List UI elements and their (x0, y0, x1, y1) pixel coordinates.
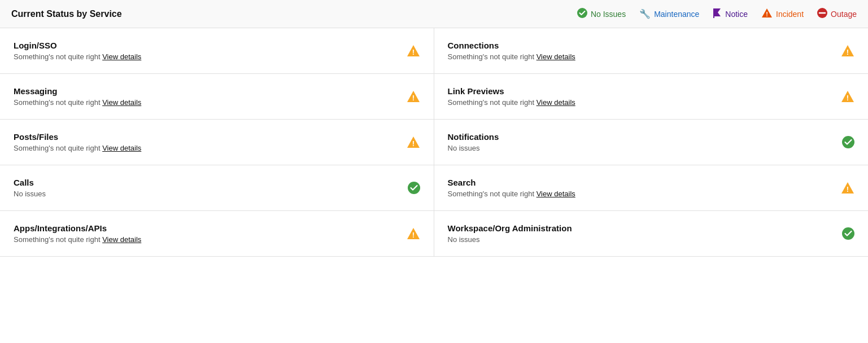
view-details-link[interactable]: View details (102, 98, 141, 107)
incident-icon: ! (407, 90, 420, 103)
service-name: Notifications (448, 132, 499, 142)
legend-outage-label: Outage (831, 10, 857, 19)
legend-no-issues-label: No Issues (591, 10, 626, 19)
service-status-text: Something's not quite right View details (14, 235, 141, 244)
svg-text:!: ! (412, 48, 414, 56)
legend-notice: Notice (713, 8, 748, 20)
incident-icon: ! (841, 182, 854, 194)
incident-icon: ! (407, 45, 420, 57)
services-grid: Login/SSOSomething's not quite right Vie… (0, 28, 868, 257)
service-cell: Apps/Integrations/APIsSomething's not qu… (0, 211, 434, 257)
svg-text:!: ! (847, 185, 849, 194)
service-name: Search (448, 178, 575, 187)
header: Current Status by Service No Issues 🔧 Ma… (0, 0, 868, 28)
service-status-text: Something's not quite right View details (14, 144, 141, 152)
service-status-text: Something's not quite right View details (14, 52, 141, 61)
service-name: Link Previews (448, 86, 575, 96)
legend-outage: Outage (817, 8, 857, 20)
service-cell: Workspace/Org AdministrationNo issues (434, 211, 869, 257)
incident-icon: ! (841, 45, 854, 57)
service-info: SearchSomething's not quite right View d… (448, 178, 575, 198)
service-name: Messaging (14, 86, 141, 96)
service-name: Calls (14, 178, 46, 187)
service-name: Login/SSO (14, 41, 141, 50)
page-title: Current Status by Service (11, 9, 122, 19)
service-cell: Link PreviewsSomething's not quite right… (434, 74, 869, 120)
service-info: Login/SSOSomething's not quite right Vie… (14, 41, 141, 61)
view-details-link[interactable]: View details (102, 144, 141, 152)
incident-icon: ! (407, 227, 420, 240)
warning-icon: ! (761, 8, 773, 20)
view-details-link[interactable]: View details (536, 98, 575, 107)
incident-icon: ! (407, 136, 420, 148)
legend: No Issues 🔧 Maintenance Notice ! Inciden… (577, 8, 857, 20)
service-info: Posts/FilesSomething's not quite right V… (14, 132, 141, 152)
ok-icon (842, 136, 854, 148)
flag-icon (713, 8, 722, 20)
outage-icon (817, 8, 827, 20)
view-details-link[interactable]: View details (102, 235, 141, 244)
service-status-text: Something's not quite right View details (448, 98, 575, 107)
view-details-link[interactable]: View details (536, 52, 575, 61)
service-name: Apps/Integrations/APIs (14, 223, 141, 233)
legend-maintenance: 🔧 Maintenance (639, 8, 699, 19)
legend-notice-label: Notice (725, 10, 748, 19)
incident-icon: ! (841, 90, 854, 103)
view-details-link[interactable]: View details (536, 190, 575, 198)
service-cell: CallsNo issues (0, 165, 434, 211)
legend-no-issues: No Issues (577, 8, 626, 20)
service-status-text: Something's not quite right View details (448, 190, 575, 198)
svg-point-0 (577, 8, 587, 18)
view-details-link[interactable]: View details (102, 52, 141, 61)
svg-text:!: ! (412, 139, 414, 148)
legend-maintenance-label: Maintenance (654, 10, 699, 19)
service-cell: NotificationsNo issues (434, 120, 869, 165)
service-info: CallsNo issues (14, 178, 46, 198)
legend-incident: ! Incident (761, 8, 804, 20)
svg-text:!: ! (847, 48, 849, 56)
ok-icon (842, 227, 854, 240)
service-cell: Posts/FilesSomething's not quite right V… (0, 120, 434, 165)
service-info: ConnectionsSomething's not quite right V… (448, 41, 575, 61)
svg-text:!: ! (766, 11, 768, 17)
svg-text:!: ! (412, 231, 414, 239)
service-cell: ConnectionsSomething's not quite right V… (434, 28, 869, 74)
service-status-text: No issues (448, 235, 572, 244)
ok-icon (408, 182, 420, 194)
service-status-text: No issues (14, 190, 46, 198)
service-info: Apps/Integrations/APIsSomething's not qu… (14, 223, 141, 244)
service-name: Posts/Files (14, 132, 141, 142)
svg-text:!: ! (412, 94, 414, 102)
service-name: Workspace/Org Administration (448, 223, 572, 233)
svg-text:!: ! (847, 94, 849, 102)
check-circle-icon (577, 8, 587, 20)
service-status-text: No issues (448, 144, 499, 152)
service-cell: SearchSomething's not quite right View d… (434, 165, 869, 211)
service-cell: MessagingSomething's not quite right Vie… (0, 74, 434, 120)
service-info: Link PreviewsSomething's not quite right… (448, 86, 575, 107)
service-name: Connections (448, 41, 575, 50)
service-status-text: Something's not quite right View details (448, 52, 575, 61)
service-cell: Login/SSOSomething's not quite right Vie… (0, 28, 434, 74)
service-info: Workspace/Org AdministrationNo issues (448, 223, 572, 244)
service-info: MessagingSomething's not quite right Vie… (14, 86, 141, 107)
service-info: NotificationsNo issues (448, 132, 499, 152)
legend-incident-label: Incident (776, 10, 804, 19)
service-status-text: Something's not quite right View details (14, 98, 141, 107)
wrench-icon: 🔧 (639, 8, 651, 19)
